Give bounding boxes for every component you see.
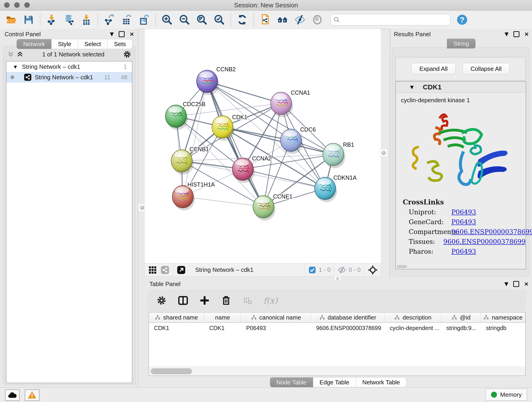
node-cdkn1a[interactable]: CDKN1A <box>315 174 357 202</box>
column-header-database-identifier[interactable]: database identifier <box>311 313 385 322</box>
cell-database-identifier[interactable]: 9606.ENSP00000378699 <box>311 323 385 333</box>
gene-collapse-icon[interactable]: ▼ <box>410 85 413 89</box>
node-cdc25b[interactable]: CDC25B <box>165 101 206 130</box>
results-hscroll-thumb[interactable] <box>397 265 407 268</box>
expand-all-button[interactable]: Expand All <box>412 63 456 75</box>
column-header-description[interactable]: description <box>385 313 441 322</box>
table-hscroll-thumb[interactable] <box>151 368 192 374</box>
node-label-cdc25b: CDC25B <box>183 101 206 107</box>
import-database-icon[interactable] <box>63 14 75 26</box>
network-view-canvas[interactable]: CCNB2CCNA1CDC25BCDK1CDC6RB1CCNB1CCNA2CDK… <box>144 29 381 264</box>
tab-network-table[interactable]: Network Table <box>356 377 406 387</box>
node-hist1h1a[interactable]: HIST1H1A <box>172 181 215 211</box>
node-ccna2[interactable]: CCNA2 <box>232 155 272 183</box>
memory-button[interactable]: Memory <box>486 389 527 401</box>
import-table-icon[interactable] <box>81 14 92 26</box>
table-panel-close-icon[interactable]: × <box>524 281 528 287</box>
column-header-namespace[interactable]: namespace <box>481 313 525 322</box>
selected-count-checkbox-icon[interactable] <box>308 264 317 276</box>
homes-icon[interactable] <box>277 14 288 26</box>
node-cdk1[interactable]: CDK1 <box>212 114 247 141</box>
control-panel-close-icon[interactable]: × <box>130 31 134 38</box>
tab-node-table[interactable]: Node Table <box>270 377 313 387</box>
collection-expander-icon[interactable]: ▼ <box>14 64 17 69</box>
crosslink-link[interactable]: 9606.ENSP00000378699 <box>451 228 532 236</box>
save-session-icon[interactable] <box>23 14 34 26</box>
node-ccne1[interactable]: CCNE1 <box>253 193 293 220</box>
column-header-shared-name[interactable]: shared name <box>149 313 204 322</box>
table-panel-collapse-icon[interactable]: ▼ <box>505 281 508 287</box>
results-panel-collapse-icon[interactable]: ▼ <box>505 32 509 37</box>
zoom-fit-icon[interactable] <box>196 14 208 26</box>
export-image-icon[interactable] <box>138 14 150 26</box>
tab-string[interactable]: String <box>447 38 476 49</box>
control-panel-float-icon[interactable] <box>119 31 125 37</box>
expand-all-networks-icon[interactable] <box>15 50 25 59</box>
column-header-canonical-name[interactable]: canonical name <box>241 313 311 322</box>
crosslink-link[interactable]: P06493 <box>451 218 476 226</box>
crosslink-link[interactable]: 9606.ENSP00000378699 <box>443 238 526 245</box>
gene-header[interactable]: ▼ CDK1 <box>396 82 526 93</box>
results-panel-close-icon[interactable]: × <box>525 31 529 38</box>
collapse-all-networks-icon[interactable] <box>6 50 15 59</box>
table-options-gear-icon[interactable] <box>156 295 167 306</box>
search-box[interactable] <box>330 14 450 26</box>
right-splitter-handle[interactable] <box>380 149 387 157</box>
column-header-name[interactable]: name <box>204 313 241 322</box>
table-hscrollbar[interactable] <box>149 367 525 376</box>
table-row[interactable]: CDK1CDK1P064939606.ENSP00000378699cyclin… <box>149 323 525 333</box>
results-panel-float-icon[interactable] <box>513 31 519 37</box>
node-ccnb2[interactable]: CCNB2 <box>196 66 236 95</box>
node-cdc6[interactable]: CDC6 <box>280 126 316 154</box>
string-query-icon[interactable] <box>259 14 271 26</box>
cell-id[interactable]: stringdb:9... <box>441 323 481 333</box>
zoom-in-icon[interactable] <box>161 14 173 26</box>
tab-network[interactable]: Network <box>17 39 51 49</box>
cloud-button[interactable] <box>5 389 20 401</box>
show-columns-icon[interactable] <box>177 295 189 306</box>
column-header-id[interactable]: @id <box>441 313 481 322</box>
cell-canonical-name[interactable]: P06493 <box>241 323 311 333</box>
cell-shared-name[interactable]: CDK1 <box>149 323 204 333</box>
edge-hist1h1a-ccne1[interactable] <box>183 197 264 207</box>
node-rb1[interactable]: RB1 <box>323 141 354 168</box>
delete-column-icon[interactable] <box>220 295 232 306</box>
help-button[interactable] <box>456 14 468 26</box>
network-list-item[interactable]: ▼String Network – cdk11 <box>6 61 132 72</box>
crosslink-link[interactable]: P06493 <box>451 248 476 255</box>
hidden-node-edge-count: 0 - 0 <box>349 266 361 274</box>
crosslink-link[interactable]: P06493 <box>451 208 476 216</box>
tab-edge-table[interactable]: Edge Table <box>313 377 356 387</box>
birds-eye-grid-icon[interactable] <box>148 264 157 276</box>
network-options-gear-icon[interactable] <box>122 49 132 59</box>
zoom-selected-icon[interactable] <box>214 14 225 26</box>
network-share-icon[interactable] <box>160 264 170 276</box>
detach-view-icon[interactable] <box>177 264 186 276</box>
zoom-out-icon[interactable] <box>179 14 190 26</box>
import-network-icon[interactable] <box>46 14 57 26</box>
edge-ccnb2-hist1h1a[interactable] <box>183 81 207 197</box>
refresh-icon[interactable] <box>236 14 248 26</box>
tab-select[interactable]: Select <box>78 39 108 49</box>
tab-style[interactable]: Style <box>51 39 78 49</box>
control-panel-collapse-icon[interactable]: ▼ <box>110 32 114 37</box>
cell-description[interactable]: cyclin-dependent ... <box>385 323 441 333</box>
tab-sets[interactable]: Sets <box>108 39 133 49</box>
warnings-button[interactable] <box>25 389 39 401</box>
network-list-item[interactable]: String Network – cdk11148 <box>6 72 132 83</box>
bottom-splitter-handle[interactable] <box>334 276 341 280</box>
collapse-all-button[interactable]: Collapse All <box>462 63 510 75</box>
add-column-icon[interactable] <box>199 295 210 306</box>
fit-selected-crosshair-icon[interactable] <box>367 264 378 276</box>
node-ccna1[interactable]: CCNA1 <box>271 89 310 117</box>
cell-name[interactable]: CDK1 <box>204 323 241 333</box>
edge-ccna2-cdkn1a[interactable] <box>243 169 325 188</box>
cell-namespace[interactable]: stringdb <box>481 323 525 333</box>
hide-unhide-icon[interactable] <box>294 14 306 26</box>
open-session-icon[interactable] <box>6 14 17 26</box>
export-table-icon[interactable] <box>121 14 133 26</box>
table-panel-float-icon[interactable] <box>513 281 519 287</box>
export-network-icon[interactable] <box>104 14 115 26</box>
edge-ccnb2-ccne1[interactable] <box>207 81 264 207</box>
search-input[interactable] <box>342 16 447 24</box>
